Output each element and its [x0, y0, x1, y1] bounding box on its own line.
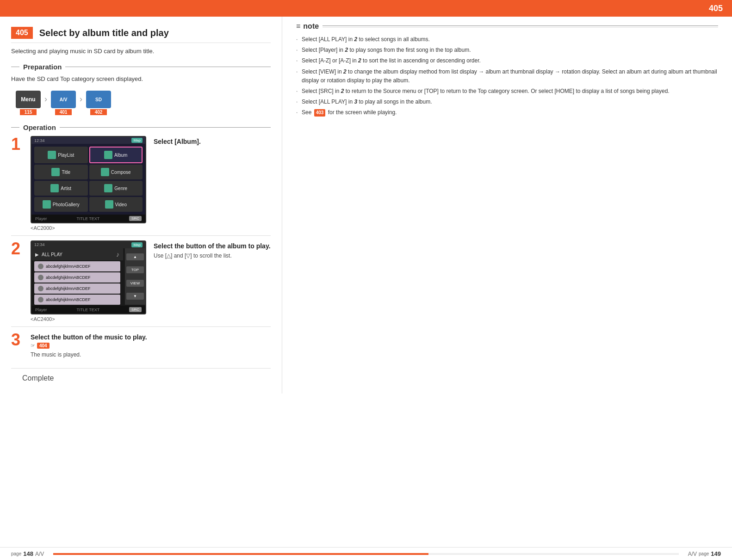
title-btn[interactable]: Title: [34, 165, 88, 179]
page-header: 405 Select by album title and play: [11, 22, 271, 43]
artist-btn[interactable]: Artist: [34, 181, 88, 196]
preparation-header: Preparation: [11, 63, 271, 71]
device-screen-2: 12:34 Map ▶ ALL PLAY ♪ abcdefghijklmnABC…: [31, 240, 146, 314]
complete-section: Complete: [11, 368, 271, 388]
note-item-1: Select [ALL PLAY] in 2 to select songs i…: [296, 35, 718, 44]
note-item-4: Select [VIEW] in 2 to change the album d…: [296, 68, 718, 85]
bottom-title-text: TITLE TEXT: [76, 216, 99, 221]
footer-left-page-label: page: [11, 551, 21, 556]
operation-header: Operation: [11, 123, 271, 131]
prep-arrow-1: ›: [44, 94, 47, 104]
page-title: Select by album title and play: [39, 28, 169, 38]
op-header-line-left: [11, 127, 19, 128]
photogallery-btn[interactable]: PhotoGallery: [34, 197, 88, 212]
device-topbar-1: 12:34 Map: [31, 137, 145, 144]
list-item-2[interactable]: abcdefghijklmnABCDEF: [34, 272, 120, 283]
footer-right-page-label: page: [699, 551, 709, 556]
preparation-label: Preparation: [23, 63, 62, 71]
compose-btn[interactable]: Compose: [89, 165, 143, 179]
footer-progress-fill: [53, 553, 428, 555]
step-2-desc: Select the button of the album to play. …: [154, 240, 271, 260]
dev2-right-panel: ▲ TOP VIEW ▼: [125, 248, 145, 305]
artist-icon: [50, 184, 59, 192]
src-button-1[interactable]: SRC: [129, 216, 142, 221]
footer-progress-bar: [53, 553, 678, 555]
step-1-desc: Select [Album].: [154, 136, 271, 147]
prep-flow: Menu 115 › A/V 401 › SD 402: [16, 91, 271, 115]
dev2-time: 12:34: [34, 242, 45, 247]
allplay-label: ALL PLAY: [42, 252, 62, 257]
device-bottombar-1: Player TITLE TEXT SRC: [31, 215, 145, 222]
step-2-title: Select the button of the album to play.: [154, 242, 271, 250]
header-line-left: [11, 67, 19, 67]
step-2-model: <AC2400>: [31, 316, 146, 322]
album-icon-2: [38, 275, 43, 280]
step-2-container: 2 12:34 Map ▶ ALL PLAY ♪: [11, 240, 271, 327]
album-btn[interactable]: Album: [89, 147, 143, 163]
preparation-desc: Have the SD card Top category screen dis…: [11, 75, 271, 82]
complete-label: Complete: [22, 374, 260, 382]
top-btn[interactable]: TOP: [126, 266, 144, 273]
note-item-5: Select [SRC] in 2 to return to the Sourc…: [296, 87, 718, 96]
step-3-number: 3: [11, 332, 28, 348]
footer-right-section: A/V: [688, 551, 697, 557]
video-icon: [105, 200, 113, 209]
op-header-line-right: [60, 127, 271, 128]
step-1-screen: 12:34 Map PlayList Album: [31, 136, 146, 231]
step-2-detail: Use [△] and [▽] to scroll the list.: [154, 252, 271, 260]
footer-left-page-num: 148: [23, 550, 33, 557]
note-header: ≡ note: [296, 22, 718, 31]
genre-btn[interactable]: Genre: [89, 181, 143, 196]
sd-icon-box: SD: [86, 91, 111, 108]
src-button-2[interactable]: SRC: [129, 307, 142, 312]
step-1-model: <AC2000>: [31, 225, 146, 231]
note-item-3: Select [A-Z] or [A-Z] in 2 to sort the l…: [296, 56, 718, 65]
title-icon: [51, 168, 60, 176]
prep-icon-menu: Menu 115: [16, 91, 41, 115]
playlist-btn[interactable]: PlayList: [34, 147, 88, 163]
ref-badge-404: 404: [37, 343, 50, 349]
map-button[interactable]: Map: [131, 138, 143, 143]
album-icon-3: [38, 286, 43, 291]
step-3-extra: The music is played.: [31, 351, 271, 359]
note-list: Select [ALL PLAY] in 2 to select songs i…: [296, 35, 718, 117]
note-badge-403: 403: [314, 109, 326, 117]
playlist-icon: [48, 151, 56, 159]
dev2-bottom-player: Player: [35, 308, 47, 312]
dev2-allplay[interactable]: ▶ ALL PLAY ♪: [31, 248, 123, 260]
header-line-right: [65, 67, 271, 67]
album-icon-1: [38, 264, 43, 269]
dev2-bottom-title: TITLE TEXT: [76, 308, 99, 312]
list-item-1[interactable]: abcdefghijklmnABCDEF: [34, 261, 120, 271]
note-line-bottom: [323, 27, 718, 27]
genre-icon: [104, 184, 112, 192]
note-item-6: Select [ALL PLAY] in 3 to play all songs…: [296, 98, 718, 106]
album-icon-4: [38, 297, 43, 302]
device-grid-1: PlayList Album Title Compose: [31, 144, 145, 215]
dev2-map-btn[interactable]: Map: [131, 242, 143, 247]
list-item-4[interactable]: abcdefghijklmnABCDEF: [34, 295, 120, 305]
video-btn[interactable]: Video: [89, 197, 143, 212]
prep-label-115: 115: [20, 109, 37, 115]
main-layout: 405 Select by album title and play Selec…: [0, 17, 732, 394]
play-icon: ▶: [35, 252, 39, 257]
prep-arrow-2: ›: [80, 94, 82, 104]
note-lines: [323, 25, 718, 27]
note-item-2: Select [Player] in 2 to play songs from …: [296, 46, 718, 55]
list-item-3[interactable]: abcdefghijklmnABCDEF: [34, 283, 120, 294]
step-2-number: 2: [11, 240, 28, 257]
scroll-down-btn[interactable]: ▼: [126, 293, 144, 300]
footer-right-page-num: 149: [711, 550, 721, 557]
view-btn[interactable]: VIEW: [126, 280, 144, 287]
device-time: 12:34: [34, 138, 45, 143]
note-line-top: [323, 25, 718, 26]
step-3-container: 3 Select the button of the music to play…: [11, 332, 271, 363]
ref-icon: ☞: [31, 343, 35, 349]
note-title: note: [303, 22, 319, 31]
footer: page 148 A/V A/V page 149: [0, 547, 732, 560]
footer-left: page 148 A/V: [11, 550, 44, 557]
footer-left-section: A/V: [35, 551, 44, 557]
compose-icon: [101, 168, 109, 176]
scroll-up-btn[interactable]: ▲: [126, 253, 144, 260]
note-icon: ≡: [296, 22, 300, 31]
